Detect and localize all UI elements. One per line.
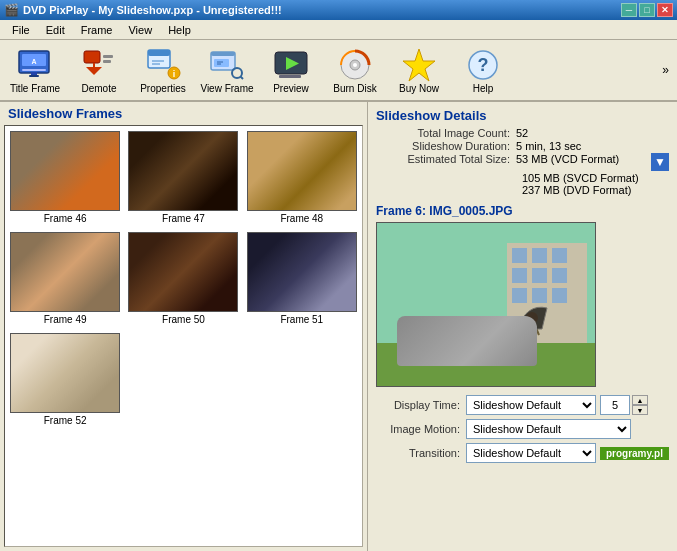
demote-button[interactable]: Demote	[68, 42, 130, 98]
detail-size-vcd: 53 MB (VCD Format)	[516, 153, 619, 171]
svg-rect-44	[377, 343, 596, 387]
svg-rect-55	[528, 324, 536, 342]
menu-file[interactable]: File	[4, 22, 38, 38]
frame-label-46: Frame 46	[44, 213, 87, 224]
frame-thumb-47	[128, 131, 238, 211]
toolbar-expand[interactable]: »	[658, 59, 673, 81]
svg-rect-46	[407, 329, 517, 347]
display-time-select[interactable]: Slideshow Default 1 sec 2 sec 5 sec	[466, 395, 596, 415]
burn-disk-button[interactable]: Burn Disk	[324, 42, 386, 98]
frame-preview-title: Frame 6: IMG_0005.JPG	[376, 204, 669, 218]
frame-item-46[interactable]: Frame 46	[9, 130, 121, 225]
svg-rect-4	[29, 75, 39, 77]
thumb-overlay-51	[248, 233, 356, 311]
buy-now-label: Buy Now	[399, 83, 439, 94]
frame-label-51: Frame 51	[280, 314, 323, 325]
frame-label-47: Frame 47	[162, 213, 205, 224]
transition-label: Transition:	[376, 447, 466, 459]
burn-disk-icon	[337, 47, 373, 83]
svg-point-52	[488, 338, 506, 356]
frame-preview-section: Frame 6: IMG_0005.JPG	[376, 204, 669, 545]
frame-label-52: Frame 52	[44, 415, 87, 426]
svg-rect-6	[84, 51, 100, 63]
thumb-overlay-49	[11, 233, 119, 311]
frame-label-50: Frame 50	[162, 314, 205, 325]
detail-row-duration: Slideshow Duration: 5 min, 13 sec	[376, 140, 669, 152]
menu-frame[interactable]: Frame	[73, 22, 121, 38]
svg-rect-19	[214, 59, 229, 67]
svg-rect-42	[532, 288, 547, 303]
frame-item-49[interactable]: Frame 49	[9, 231, 121, 326]
frame-item-48[interactable]: Frame 48	[246, 130, 358, 225]
view-frame-icon	[209, 47, 245, 83]
buy-now-icon	[401, 47, 437, 83]
frame-thumb-48	[247, 131, 357, 211]
svg-rect-43	[552, 288, 567, 303]
titlebar: 🎬 DVD PixPlay - My Slideshow.pxp - Unreg…	[0, 0, 677, 20]
display-time-control: Slideshow Default 1 sec 2 sec 5 sec	[466, 395, 596, 415]
frame-preview-svg	[377, 223, 596, 387]
transition-select[interactable]: Slideshow Default None Fade	[466, 443, 596, 463]
svg-rect-26	[279, 75, 301, 78]
maximize-button[interactable]: □	[639, 3, 655, 17]
display-time-input[interactable]	[600, 395, 630, 415]
display-time-down[interactable]: ▼	[632, 405, 648, 415]
svg-rect-10	[103, 60, 111, 63]
main-area: Slideshow Frames Frame 46 Frame 47	[0, 102, 677, 551]
close-button[interactable]: ✕	[657, 3, 673, 17]
thumb-overlay-48	[248, 132, 356, 210]
frame-item-52[interactable]: Frame 52	[9, 332, 121, 427]
svg-rect-37	[552, 248, 567, 263]
display-time-spinner: ▲ ▼	[632, 395, 648, 415]
detail-size-svcd: 105 MB (SVCD Format)	[376, 172, 669, 184]
transition-row: Transition: Slideshow Default None Fade …	[376, 443, 669, 463]
minimize-button[interactable]: ─	[621, 3, 637, 17]
view-frame-button[interactable]: View Frame	[196, 42, 258, 98]
svg-line-56	[520, 328, 528, 338]
image-motion-select[interactable]: Slideshow Default None Pan & Zoom	[466, 419, 631, 439]
menu-view[interactable]: View	[120, 22, 160, 38]
frame-item-50[interactable]: Frame 50	[127, 231, 239, 326]
frame-item-47[interactable]: Frame 47	[127, 130, 239, 225]
title-frame-button[interactable]: A Title Frame	[4, 42, 66, 98]
svg-rect-5	[31, 72, 37, 75]
svg-rect-36	[532, 248, 547, 263]
detail-count-label: Total Image Count:	[376, 127, 516, 139]
svg-rect-18	[211, 52, 235, 56]
preview-label: Preview	[273, 83, 309, 94]
properties-icon: i	[145, 47, 181, 83]
frames-container[interactable]: Frame 46 Frame 47 Frame 48	[4, 125, 363, 547]
frame-label-48: Frame 48	[280, 213, 323, 224]
frame-thumb-51	[247, 232, 357, 312]
left-panel: Slideshow Frames Frame 46 Frame 47	[0, 102, 368, 551]
svg-rect-47	[422, 318, 502, 332]
menu-edit[interactable]: Edit	[38, 22, 73, 38]
frame-item-51[interactable]: Frame 51	[246, 231, 358, 326]
menu-help[interactable]: Help	[160, 22, 199, 38]
svg-rect-49	[462, 320, 492, 330]
svg-text:A: A	[31, 58, 36, 65]
display-time-label: Display Time:	[376, 399, 466, 411]
frame-preview-image	[376, 222, 596, 387]
detail-size-label: Estimated Total Size:	[376, 153, 516, 171]
svg-rect-38	[512, 268, 527, 283]
image-motion-control: Slideshow Default None Pan & Zoom	[466, 419, 631, 439]
programy-badge: programy.pl	[600, 447, 669, 460]
help-button[interactable]: ? Help	[452, 42, 514, 98]
toolbar: A Title Frame Demote i	[0, 40, 677, 102]
buy-now-button[interactable]: Buy Now	[388, 42, 450, 98]
svg-rect-9	[103, 55, 113, 58]
properties-button[interactable]: i Properties	[132, 42, 194, 98]
slideshow-frames-header: Slideshow Frames	[0, 102, 367, 125]
svg-point-29	[353, 63, 357, 67]
details-expand-button[interactable]: ▼	[651, 153, 669, 171]
preview-button[interactable]: Preview	[260, 42, 322, 98]
thumb-overlay-46	[11, 132, 119, 210]
svg-rect-41	[512, 288, 527, 303]
svg-point-50	[418, 338, 436, 356]
burn-disk-label: Burn Disk	[333, 83, 376, 94]
display-time-up[interactable]: ▲	[632, 395, 648, 405]
svg-rect-12	[148, 50, 170, 56]
help-icon: ?	[465, 47, 501, 83]
properties-label: Properties	[140, 83, 186, 94]
